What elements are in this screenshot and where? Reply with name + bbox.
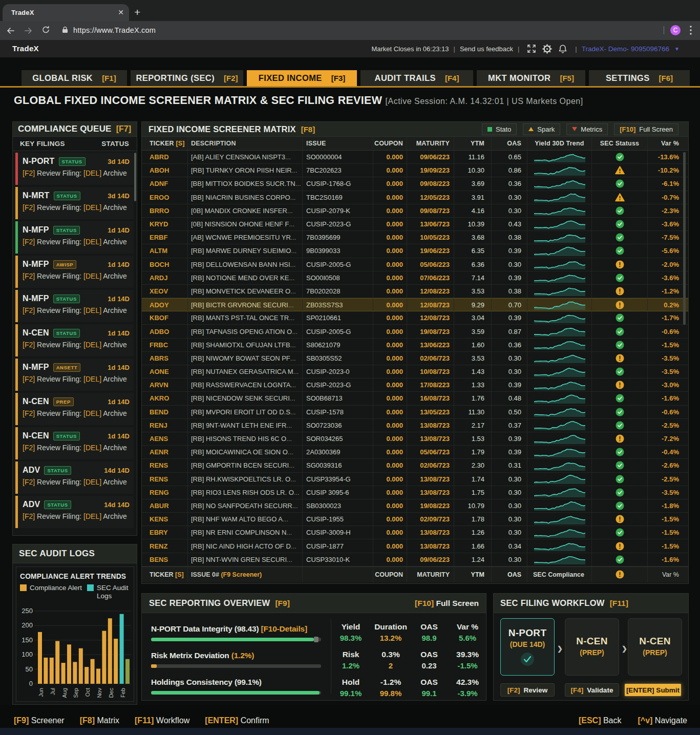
svg-text:Jul: Jul [50, 688, 56, 695]
svg-text:150: 150 [22, 636, 33, 644]
svg-text:Oct: Oct [84, 688, 91, 697]
svg-text:250: 250 [22, 607, 33, 615]
svg-text:Jun: Jun [38, 688, 44, 697]
svg-text:Feb: Feb [120, 688, 126, 698]
svg-text:50: 50 [26, 665, 33, 673]
svg-text:Aug: Aug [61, 688, 68, 698]
svg-text:100: 100 [22, 650, 33, 658]
svg-text:Nov: Nov [96, 688, 102, 698]
svg-text:Sep: Sep [73, 688, 79, 698]
svg-text:200: 200 [22, 621, 33, 629]
svg-text:0: 0 [29, 680, 33, 687]
svg-text:Dec: Dec [108, 688, 114, 698]
